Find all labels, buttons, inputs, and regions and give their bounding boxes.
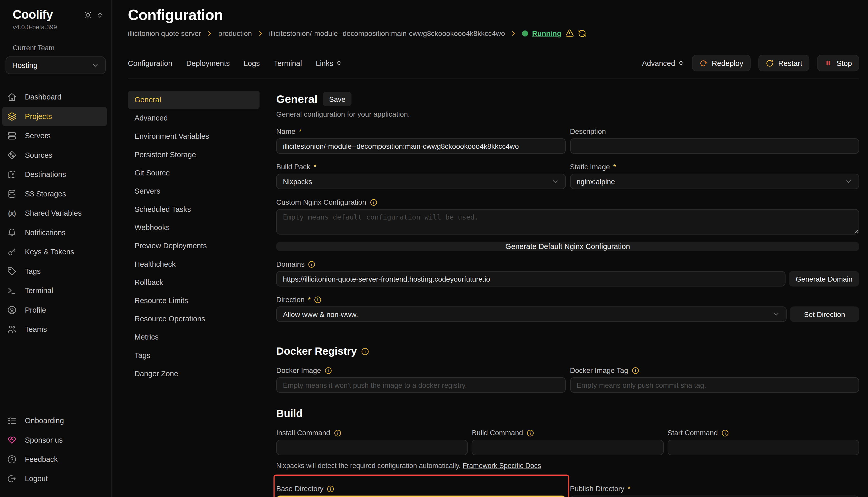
direction-value: Allow www & non-www. — [283, 310, 358, 318]
build-pack-select[interactable]: Nixpacks — [276, 174, 565, 189]
stop-label: Stop — [837, 59, 852, 67]
refresh-icon[interactable] — [578, 29, 586, 37]
sidebar-item-keys-tokens[interactable]: Keys & Tokens — [2, 242, 107, 261]
tab-terminal[interactable]: Terminal — [274, 59, 302, 67]
tab-links[interactable]: Links — [316, 59, 342, 67]
info-icon[interactable] — [308, 260, 316, 268]
app-logo[interactable]: Coolify — [13, 8, 53, 22]
submenu-item-general[interactable]: General — [128, 91, 260, 109]
submenu-item-tags[interactable]: Tags — [128, 346, 260, 365]
build-command-input[interactable] — [472, 440, 663, 455]
info-icon[interactable] — [526, 429, 534, 437]
submenu-item-scheduled-tasks[interactable]: Scheduled Tasks — [128, 200, 260, 218]
sidebar-item-tags[interactable]: Tags — [2, 261, 107, 281]
info-icon[interactable] — [327, 485, 334, 493]
sidebar-item-label: Tags — [25, 267, 41, 275]
restart-arrow-icon — [765, 59, 774, 67]
static-image-field-group: Static Image* nginx:alpine — [570, 154, 859, 189]
info-icon[interactable] — [361, 347, 369, 355]
publish-directory-input[interactable] — [570, 496, 859, 497]
docker-registry-title: Docker Registry — [276, 345, 357, 357]
install-command-input[interactable] — [276, 440, 468, 455]
breadcrumb-environment[interactable]: production — [218, 29, 252, 37]
static-image-select[interactable]: nginx:alpine — [570, 174, 859, 189]
submenu-item-servers[interactable]: Servers — [128, 182, 260, 200]
sidebar-item-label: Dashboard — [25, 93, 61, 101]
generate-nginx-button[interactable]: Generate Default Nginx Configuration — [276, 242, 859, 251]
info-icon[interactable] — [632, 367, 639, 374]
base-directory-input[interactable] — [276, 496, 565, 497]
restart-button[interactable]: Restart — [758, 55, 810, 72]
sidebar-item-notifications[interactable]: Notifications — [2, 223, 107, 242]
submenu-item-danger-zone[interactable]: Danger Zone — [128, 365, 260, 383]
submenu-item-healthcheck[interactable]: Healthcheck — [128, 255, 260, 273]
submenu-item-preview-deployments[interactable]: Preview Deployments — [128, 237, 260, 255]
name-label: Name — [276, 127, 295, 136]
general-form: General Save General configuration for y… — [276, 91, 859, 497]
chevron-down-icon — [91, 61, 99, 69]
domains-input[interactable] — [276, 271, 786, 286]
chevrons-up-down-icon[interactable] — [96, 11, 104, 18]
tag-icon — [7, 267, 17, 276]
status-running-link[interactable]: Running — [532, 29, 561, 37]
chevrons-up-down-icon — [335, 60, 342, 67]
sidebar-item-shared-variables[interactable]: (x) Shared Variables — [2, 204, 107, 223]
info-icon[interactable] — [334, 429, 341, 437]
sidebar-item-terminal[interactable]: Terminal — [2, 281, 107, 300]
submenu-item-webhooks[interactable]: Webhooks — [128, 218, 260, 237]
redeploy-button[interactable]: Redeploy — [692, 55, 750, 72]
tab-configuration[interactable]: Configuration — [128, 59, 172, 67]
warning-triangle-icon[interactable] — [565, 29, 574, 38]
docker-image-tag-input[interactable] — [570, 377, 859, 393]
info-icon[interactable] — [721, 429, 729, 437]
sidebar-item-servers[interactable]: Servers — [2, 126, 107, 145]
submenu-item-environment-variables[interactable]: Environment Variables — [128, 127, 260, 145]
sidebar-item-projects[interactable]: Projects — [2, 107, 107, 126]
tab-deployments[interactable]: Deployments — [186, 59, 230, 67]
sidebar-item-logout[interactable]: Logout — [2, 469, 107, 488]
sidebar-item-s3-storages[interactable]: S3 Storages — [2, 184, 107, 203]
info-icon[interactable] — [314, 296, 322, 303]
redeploy-arrow-icon — [699, 59, 707, 67]
sidebar-item-sources[interactable]: Sources — [2, 145, 107, 165]
description-input[interactable] — [570, 138, 859, 154]
sun-icon[interactable] — [84, 11, 93, 19]
submenu-item-persistent-storage[interactable]: Persistent Storage — [128, 145, 260, 164]
info-icon[interactable] — [370, 198, 377, 206]
info-icon[interactable] — [325, 367, 332, 374]
sidebar-item-teams[interactable]: Teams — [2, 320, 107, 339]
set-direction-button[interactable]: Set Direction — [790, 307, 859, 322]
required-marker: * — [613, 162, 616, 171]
sidebar-item-destinations[interactable]: Destinations — [2, 165, 107, 184]
submenu-item-resource-operations[interactable]: Resource Operations — [128, 310, 260, 328]
docker-image-field-group: Docker Image — [276, 357, 565, 393]
sidebar-item-profile[interactable]: Profile — [2, 300, 107, 320]
required-marker: * — [299, 127, 302, 136]
submenu-item-metrics[interactable]: Metrics — [128, 328, 260, 346]
sidebar-item-onboarding[interactable]: Onboarding — [2, 411, 107, 430]
advanced-dropdown[interactable]: Advanced — [642, 59, 684, 67]
start-command-input[interactable] — [667, 440, 859, 455]
docker-image-input[interactable] — [276, 377, 565, 393]
sidebar-item-sponsor-us[interactable]: Sponsor us — [2, 430, 107, 450]
direction-select[interactable]: Allow www & non-www. — [276, 307, 787, 322]
sidebar-item-label: Profile — [25, 306, 46, 314]
submenu-item-git-source[interactable]: Git Source — [128, 164, 260, 182]
submenu-item-advanced[interactable]: Advanced — [128, 109, 260, 127]
sidebar-item-feedback[interactable]: Feedback — [2, 450, 107, 469]
stop-button[interactable]: Stop — [817, 55, 859, 72]
name-input[interactable] — [276, 138, 565, 154]
breadcrumb-application[interactable]: illicitestonion/-module--decomposition:m… — [269, 29, 505, 37]
custom-nginx-textarea[interactable] — [276, 209, 859, 235]
submenu-item-rollback[interactable]: Rollback — [128, 273, 260, 292]
sidebar-item-dashboard[interactable]: Dashboard — [2, 87, 107, 107]
framework-docs-link[interactable]: Framework Specific Docs — [463, 462, 541, 470]
team-select[interactable]: Hosting — [6, 56, 106, 74]
tab-logs[interactable]: Logs — [244, 59, 260, 67]
submenu-item-resource-limits[interactable]: Resource Limits — [128, 292, 260, 310]
domains-field-group: Domains Generate Domain — [276, 251, 859, 286]
save-button[interactable]: Save — [323, 92, 352, 106]
sidebar-item-label: S3 Storages — [25, 190, 66, 198]
generate-domain-button[interactable]: Generate Domain — [789, 271, 859, 286]
breadcrumb-project[interactable]: illicitonion quote server — [128, 29, 201, 37]
